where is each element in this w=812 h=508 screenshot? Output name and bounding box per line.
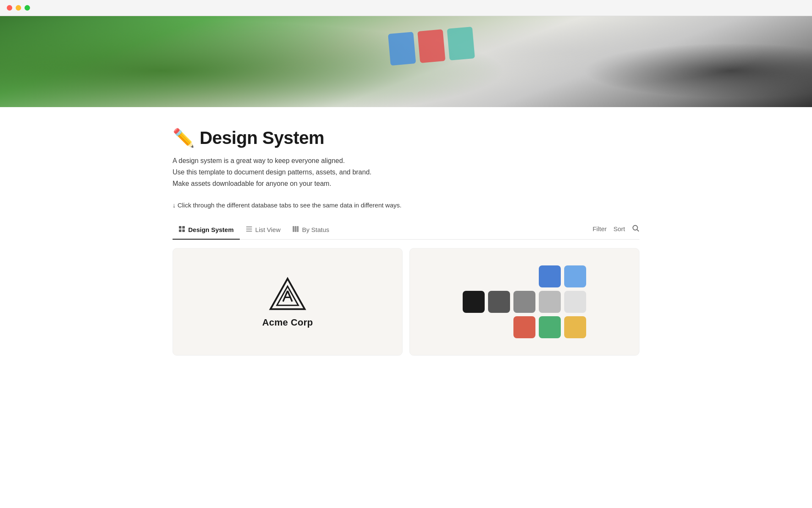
sort-button[interactable]: Sort bbox=[613, 225, 625, 232]
card-color-palette[interactable] bbox=[409, 248, 639, 356]
svg-marker-13 bbox=[277, 286, 298, 305]
swatch-dark-gray bbox=[488, 291, 510, 313]
swatch-black bbox=[463, 291, 485, 313]
svg-rect-0 bbox=[179, 226, 181, 229]
svg-rect-1 bbox=[182, 226, 185, 229]
swatches-row-1 bbox=[539, 265, 586, 287]
svg-line-11 bbox=[637, 229, 639, 231]
description-line-1: A design system is a great way to keep e… bbox=[173, 155, 639, 166]
filter-button[interactable]: Filter bbox=[593, 225, 606, 232]
tabs-left: Design System List View bbox=[173, 222, 593, 239]
main-content: ✏️ Design System A design system is a gr… bbox=[110, 107, 702, 356]
tab-by-status[interactable]: By Status bbox=[286, 222, 335, 240]
tabs-right: Filter Sort bbox=[593, 224, 639, 237]
swatch-green bbox=[539, 316, 561, 338]
grid-icon bbox=[178, 226, 185, 234]
list-icon bbox=[246, 226, 252, 234]
description-line-2: Use this template to document design pat… bbox=[173, 166, 639, 178]
hero-card-teal bbox=[447, 27, 475, 61]
swatches-row-3 bbox=[513, 316, 586, 338]
description-line-3: Make assets downloadable for anyone on y… bbox=[173, 178, 639, 189]
acme-content: Acme Corp bbox=[245, 259, 330, 345]
card-acme-corp[interactable]: Acme Corp bbox=[173, 248, 403, 356]
swatch-blue-dark bbox=[539, 265, 561, 287]
svg-rect-8 bbox=[295, 226, 296, 232]
svg-rect-7 bbox=[293, 226, 294, 232]
tab-list-view[interactable]: List View bbox=[240, 222, 287, 240]
maximize-button[interactable] bbox=[25, 5, 30, 11]
gallery-grid: Acme Corp bbox=[173, 248, 639, 356]
tab-design-system[interactable]: Design System bbox=[173, 222, 240, 240]
tab-by-status-label: By Status bbox=[302, 226, 329, 233]
svg-rect-3 bbox=[182, 229, 185, 232]
minimize-button[interactable] bbox=[16, 5, 21, 11]
tab-list-view-label: List View bbox=[255, 226, 281, 233]
close-button[interactable] bbox=[7, 5, 12, 11]
swatch-light-gray bbox=[539, 291, 561, 313]
page-description: A design system is a great way to keep e… bbox=[173, 155, 639, 190]
titlebar bbox=[0, 0, 812, 16]
svg-rect-2 bbox=[179, 229, 181, 232]
page-title: Design System bbox=[200, 128, 324, 148]
acme-company-name: Acme Corp bbox=[262, 317, 313, 328]
swatch-red bbox=[513, 316, 535, 338]
swatch-pale-gray bbox=[564, 291, 586, 313]
swatch-blue-light bbox=[564, 265, 586, 287]
svg-marker-12 bbox=[271, 279, 305, 309]
hero-card-red bbox=[417, 29, 445, 63]
search-button[interactable] bbox=[632, 224, 639, 234]
page-header: ✏️ Design System A design system is a gr… bbox=[173, 107, 639, 222]
tabs-bar: Design System List View bbox=[173, 222, 639, 240]
swatches-content bbox=[446, 248, 603, 355]
page-title-row: ✏️ Design System bbox=[173, 127, 639, 148]
acme-logo-svg bbox=[269, 276, 307, 314]
columns-icon bbox=[292, 226, 299, 234]
hero-card-blue bbox=[388, 32, 416, 66]
swatch-yellow bbox=[564, 316, 586, 338]
svg-point-10 bbox=[633, 225, 638, 230]
svg-rect-4 bbox=[246, 226, 252, 227]
page-hint: ↓ Click through the different database t… bbox=[173, 202, 639, 209]
hero-banner bbox=[0, 16, 812, 107]
svg-rect-6 bbox=[246, 231, 252, 232]
tab-design-system-label: Design System bbox=[188, 226, 234, 233]
svg-rect-9 bbox=[297, 226, 299, 232]
swatches-row-2 bbox=[463, 291, 586, 313]
page-emoji: ✏️ bbox=[173, 127, 195, 148]
swatch-mid-gray bbox=[513, 291, 535, 313]
svg-rect-5 bbox=[246, 229, 252, 229]
